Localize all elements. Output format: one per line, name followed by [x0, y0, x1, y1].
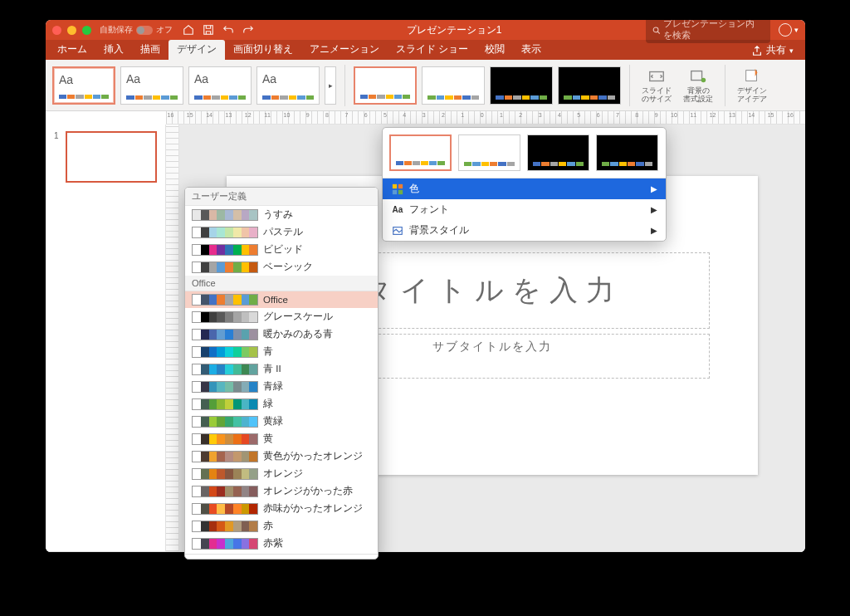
chevron-right-icon: ▶: [651, 184, 657, 193]
slide-size-icon: [647, 67, 666, 86]
share-label: 共有: [766, 44, 786, 56]
color-scheme-row[interactable]: 黄緑: [185, 413, 378, 430]
design-ideas-button[interactable]: デザイン アイデア: [734, 67, 770, 104]
svg-rect-5: [746, 70, 757, 81]
menu-bg-styles[interactable]: 背景スタイル ▶: [383, 220, 666, 241]
color-scheme-row[interactable]: パステル: [185, 223, 378, 241]
color-menu-list[interactable]: うすみパステルビビッドベーシックOfficeOfficeグレースケール暖かみのあ…: [185, 206, 378, 559]
save-icon[interactable]: [203, 24, 214, 36]
horizontal-ruler: 1615141312111098765432101234567891011121…: [166, 111, 805, 125]
slide-thumbnail-panel: 1: [46, 125, 166, 551]
theme-option[interactable]: Aa: [52, 66, 115, 105]
color-scheme-row[interactable]: 青 II: [185, 360, 378, 378]
color-scheme-row[interactable]: 赤紫: [185, 535, 378, 552]
thumbnail-row[interactable]: 1: [54, 131, 157, 183]
bg-style-icon: [391, 224, 404, 237]
color-scheme-row[interactable]: オレンジがかった赤: [185, 482, 378, 500]
color-scheme-row[interactable]: 青: [185, 343, 378, 360]
color-scheme-row[interactable]: 緑: [185, 395, 378, 413]
variant-option[interactable]: [596, 134, 658, 171]
notes-label: ノート: [56, 551, 81, 552]
color-scheme-row[interactable]: 赤味がかったオレンジ: [185, 500, 378, 517]
ribbon: AaAaAaAa ▸ スライド のサイズ 背景の 書式設定 デザイン アイデア: [46, 60, 805, 111]
separator: [629, 65, 630, 106]
theme-gallery: AaAaAaAa: [52, 66, 320, 105]
variant-preview-row: [383, 128, 666, 178]
home-icon[interactable]: [183, 24, 194, 36]
color-scheme-row[interactable]: ベーシック: [185, 258, 378, 276]
slide-thumbnail[interactable]: [66, 131, 157, 183]
theme-option[interactable]: Aa: [188, 66, 252, 105]
search-placeholder: プレゼンテーション内を検索: [663, 20, 764, 42]
slide-size-button[interactable]: スライド のサイズ: [638, 67, 675, 104]
color-scheme-row[interactable]: うすみ: [185, 206, 378, 223]
redo-icon[interactable]: [242, 24, 254, 36]
tab-review[interactable]: 校閲: [476, 40, 513, 60]
variant-option[interactable]: [354, 66, 417, 105]
tab-transitions[interactable]: 画面切り替え: [225, 40, 301, 60]
format-bg-label: 背景の 書式設定: [683, 87, 713, 104]
svg-point-4: [701, 77, 706, 82]
toggle-icon[interactable]: [136, 26, 153, 35]
app-window: 自動保存 オフ プレゼンテーション1 プレゼンテーション内を検索 ▾ ホーム 挿…: [46, 20, 805, 552]
theme-option[interactable]: Aa: [256, 66, 320, 105]
chevron-down-icon[interactable]: ▾: [794, 26, 799, 34]
color-scheme-row[interactable]: Office: [185, 291, 378, 308]
design-ideas-icon: [743, 67, 761, 86]
feedback-icon[interactable]: [779, 23, 792, 37]
undo-icon[interactable]: [222, 24, 234, 36]
tab-insert[interactable]: 挿入: [95, 40, 132, 60]
search-input[interactable]: プレゼンテーション内を検索: [646, 20, 770, 43]
variant-option[interactable]: [422, 66, 485, 105]
autosave-state: オフ: [156, 24, 173, 36]
document-title: プレゼンテーション1: [262, 23, 646, 37]
menu-bg-label: 背景スタイル: [409, 223, 469, 237]
color-scheme-row[interactable]: 赤: [185, 517, 378, 535]
theme-more-button[interactable]: ▸: [325, 66, 336, 105]
variant-option[interactable]: [458, 134, 520, 171]
variant-option[interactable]: [490, 66, 553, 105]
share-icon: [751, 45, 763, 56]
notes-pane[interactable]: ノート: [46, 551, 805, 552]
color-scheme-row[interactable]: グレースケール: [185, 308, 378, 325]
variant-option[interactable]: [527, 134, 589, 171]
svg-rect-0: [204, 26, 213, 35]
format-bg-icon: [689, 67, 707, 86]
svg-rect-14: [393, 183, 397, 188]
close-icon[interactable]: [52, 26, 61, 35]
minimize-icon[interactable]: [67, 26, 76, 35]
menu-fonts[interactable]: Aa フォント ▶: [383, 199, 666, 220]
chevron-right-icon: ▶: [651, 226, 657, 235]
tab-animations[interactable]: アニメーション: [301, 40, 388, 60]
variant-option[interactable]: [558, 66, 621, 105]
variant-option[interactable]: [389, 134, 452, 171]
color-scheme-row[interactable]: ビビッド: [185, 241, 378, 258]
separator: [725, 65, 725, 106]
color-menu-section-user: ユーザー定義: [185, 188, 378, 206]
color-scheme-row[interactable]: 黄色がかったオレンジ: [185, 447, 378, 465]
color-scheme-row[interactable]: 青緑: [185, 378, 378, 395]
format-background-button[interactable]: 背景の 書式設定: [680, 67, 716, 104]
maximize-icon[interactable]: [82, 26, 91, 35]
svg-rect-15: [398, 183, 403, 188]
color-scheme-row[interactable]: オレンジ: [185, 465, 378, 482]
theme-option[interactable]: Aa: [120, 66, 183, 105]
tab-draw[interactable]: 描画: [132, 40, 169, 60]
tab-slideshow[interactable]: スライド ショー: [388, 40, 476, 60]
tab-view[interactable]: 表示: [513, 40, 550, 60]
share-button[interactable]: 共有 ▾: [743, 41, 802, 60]
autosave-toggle[interactable]: 自動保存 オフ: [100, 24, 173, 36]
window-controls: [52, 26, 91, 35]
thumbnail-number: 1: [54, 131, 61, 183]
design-ideas-label: デザイン アイデア: [737, 87, 767, 104]
svg-point-1: [653, 27, 658, 32]
color-scheme-row[interactable]: 暖かみのある青: [185, 325, 378, 343]
customize-colors[interactable]: 色のカスタマイズ...: [185, 556, 378, 559]
tab-design[interactable]: デザイン: [169, 40, 225, 60]
tab-home[interactable]: ホーム: [49, 40, 95, 60]
color-menu-section-office: Office: [185, 276, 378, 291]
svg-rect-16: [393, 189, 397, 193]
menu-colors-label: 色: [409, 182, 419, 196]
color-scheme-row[interactable]: 黄: [185, 430, 378, 447]
menu-colors[interactable]: 色 ▶: [383, 178, 666, 199]
